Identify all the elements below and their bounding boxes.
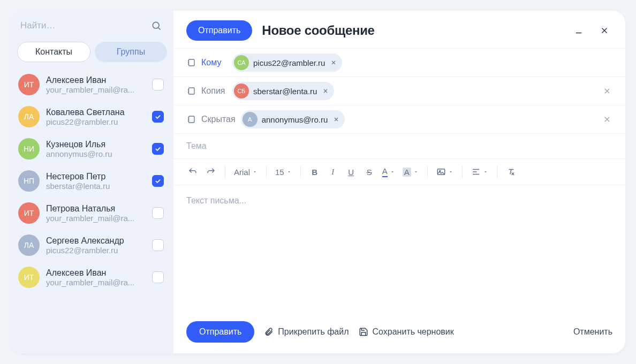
contact-list: ИТ Алексеев Иван your_rambler_mail@ra...… <box>11 69 173 353</box>
chip-email: sberstar@lenta.ru <box>253 87 317 96</box>
compose-panel: Отправить Новое сообщение Кому СА picus2… <box>173 11 625 353</box>
contact-info: Нестеров Петр sberstar@lenta.ru <box>46 172 146 191</box>
contact-name: Нестеров Петр <box>46 172 146 181</box>
contact-checkbox[interactable] <box>152 271 164 283</box>
chip-remove-icon[interactable] <box>321 87 330 95</box>
avatar: НП <box>18 170 40 192</box>
addressbook-icon <box>186 86 196 96</box>
svg-point-0 <box>153 22 159 28</box>
close-icon[interactable] <box>596 22 612 39</box>
contact-row[interactable]: ИТ Петрова Наталья your_rambler_mail@ra.… <box>11 197 173 229</box>
contact-checkbox[interactable] <box>152 239 164 251</box>
cancel-button[interactable]: Отменить <box>573 327 612 337</box>
contact-email: picus22@rambler.ru <box>46 246 146 255</box>
body-area[interactable]: Текст письма... <box>173 185 625 313</box>
contact-checkbox[interactable] <box>152 79 164 90</box>
avatar: ЛА <box>18 106 40 127</box>
subject-row <box>173 133 625 158</box>
contact-row[interactable]: НИ Кузнецов Илья annonymus@ro.ru <box>11 133 173 165</box>
svg-rect-11 <box>189 88 195 94</box>
svg-rect-5 <box>189 59 195 66</box>
avatar: ИТ <box>18 202 40 224</box>
footer-send-button[interactable]: Отправить <box>186 321 254 343</box>
save-draft-button[interactable]: Сохранить черновик <box>359 327 454 337</box>
svg-line-1 <box>158 28 161 30</box>
font-size-select[interactable]: 15 <box>272 163 295 180</box>
subject-input[interactable] <box>186 141 612 151</box>
chip-remove-icon[interactable] <box>329 58 338 67</box>
contact-email: your_rambler_mail@ra... <box>46 278 146 287</box>
paperclip-icon <box>264 327 274 337</box>
contact-name: Кузнецов Илья <box>46 140 146 149</box>
clear-format-icon[interactable] <box>503 163 520 180</box>
contact-info: Ковалева Светлана picus22@rambler.ru <box>46 108 146 126</box>
tab-contacts[interactable]: Контакты <box>17 42 90 62</box>
contact-email: your_rambler_mail@ra... <box>46 85 146 94</box>
chip-email: picus22@rambler.ru <box>253 58 325 67</box>
chip-avatar: СБ <box>234 84 249 98</box>
minimize-icon[interactable] <box>571 22 587 39</box>
cc-row: Копия СБ sberstar@lenta.ru <box>173 77 625 105</box>
contact-row[interactable]: ИТ Алексеев Иван your_rambler_mail@ra... <box>11 69 173 101</box>
contact-checkbox[interactable] <box>152 207 164 219</box>
attach-button[interactable]: Прикрепить файл <box>264 327 349 337</box>
tab-groups[interactable]: Группы <box>95 42 167 62</box>
contact-row[interactable]: ЛА Сергеев Александр picus22@rambler.ru <box>11 229 173 261</box>
contact-email: annonymus@ro.ru <box>46 149 146 158</box>
cc-chip[interactable]: СБ sberstar@lenta.ru <box>232 82 334 100</box>
separator <box>300 166 301 178</box>
avatar: ЛА <box>18 234 40 256</box>
to-row: Кому СА picus22@rambler.ru <box>173 48 625 77</box>
separator <box>462 166 463 178</box>
to-label: Кому <box>201 58 227 67</box>
contact-name: Петрова Наталья <box>46 204 146 214</box>
remove-bcc-row-icon[interactable] <box>602 114 612 125</box>
avatar: НИ <box>18 138 40 160</box>
redo-icon[interactable] <box>202 163 219 180</box>
separator <box>225 166 225 178</box>
search-icon[interactable] <box>149 18 164 33</box>
contact-info: Алексеев Иван your_rambler_mail@ra... <box>46 75 146 94</box>
chip-remove-icon[interactable] <box>332 115 340 124</box>
tabs: Контакты Группы <box>11 37 173 69</box>
strikethrough-icon[interactable]: S <box>361 163 378 180</box>
search-input[interactable] <box>20 20 145 31</box>
avatar: ИТ <box>18 267 40 288</box>
contact-row[interactable]: ИТ Алексеев Иван your_rambler_mail@ra... <box>11 261 173 293</box>
contact-checkbox[interactable] <box>152 143 164 155</box>
chip-avatar: СА <box>234 55 249 70</box>
contact-name: Ковалева Светлана <box>46 108 146 117</box>
insert-image-icon[interactable] <box>433 163 457 180</box>
send-button[interactable]: Отправить <box>186 20 252 41</box>
compose-footer: Отправить Прикрепить файл Сохранить черн… <box>173 313 625 353</box>
compose-title: Новое сообщение <box>262 23 561 38</box>
font-color-icon[interactable]: A <box>379 163 398 180</box>
separator <box>497 166 497 178</box>
contact-checkbox[interactable] <box>152 175 164 187</box>
contact-row[interactable]: ЛА Ковалева Светлана picus22@rambler.ru <box>11 101 173 133</box>
italic-icon[interactable]: I <box>324 163 342 180</box>
save-icon <box>359 327 368 337</box>
contact-info: Сергеев Александр picus22@rambler.ru <box>46 236 146 255</box>
to-chip[interactable]: СА picus22@rambler.ru <box>232 54 342 72</box>
highlight-icon[interactable]: A <box>399 163 422 180</box>
contact-info: Алексеев Иван your_rambler_mail@ra... <box>46 268 146 287</box>
undo-icon[interactable] <box>184 163 201 180</box>
remove-cc-row-icon[interactable] <box>602 86 612 96</box>
bcc-label: Скрытая <box>201 115 236 124</box>
toolbar: Arial 15 B I U S A A <box>173 158 625 185</box>
contact-email: picus22@rambler.ru <box>46 117 146 126</box>
contact-checkbox[interactable] <box>152 111 164 123</box>
align-icon[interactable] <box>468 163 491 180</box>
cc-label: Копия <box>201 86 227 96</box>
font-family-select[interactable]: Arial <box>231 163 261 180</box>
underline-icon[interactable]: U <box>343 163 360 180</box>
addressbook-icon <box>186 58 196 67</box>
sidebar: Контакты Группы ИТ Алексеев Иван your_ra… <box>11 11 173 353</box>
contact-row[interactable]: НП Нестеров Петр sberstar@lenta.ru <box>11 165 173 197</box>
chip-avatar: А <box>243 112 258 127</box>
contact-name: Алексеев Иван <box>46 268 146 278</box>
bcc-chip[interactable]: А annonymus@ro.ru <box>241 110 345 128</box>
bold-icon[interactable]: B <box>306 163 323 180</box>
contact-info: Петрова Наталья your_rambler_mail@ra... <box>46 204 146 223</box>
